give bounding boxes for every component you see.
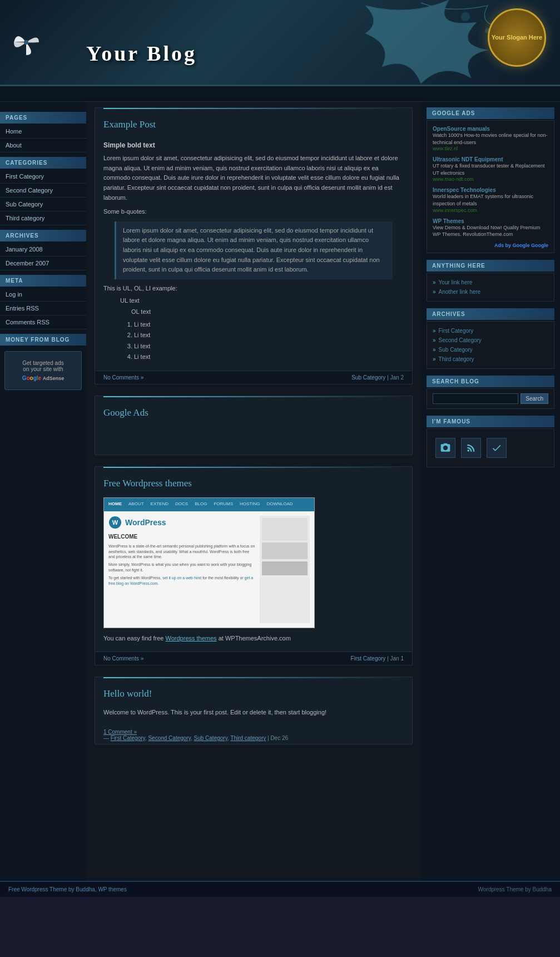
sidebar-item-entries-rss[interactable]: Entries RSS [0, 302, 86, 315]
footer-right: Wordpress Theme by Buddha [478, 886, 552, 892]
post-wp-cat-date: First Category | Jan 1 [351, 655, 404, 662]
ad-link-2[interactable]: Ultrasonic NDT Equipment [433, 156, 503, 162]
ad-desc-1: Watch 1000's How-to movies online specia… [433, 132, 548, 146]
li-item-3: Li text [134, 342, 404, 352]
svg-text:W: W [112, 519, 118, 526]
widget-link-2: Another link here [433, 287, 548, 297]
ad-item-3: Innerspec Technologies World leaders in … [433, 186, 548, 213]
widget-link-1-text[interactable]: Your link here [439, 279, 473, 285]
post-tag-comments[interactable]: 1 Comment » [103, 729, 137, 735]
wp-themes-link[interactable]: Wordpress themes [166, 635, 217, 642]
post-ul-label: This is UL, OL, LI example: [103, 284, 404, 294]
archive-link-4[interactable]: Third category [439, 356, 474, 362]
sidebar-item-dec-2007[interactable]: December 2007 [0, 256, 86, 270]
post-example-content: Simple bold text Lorem ipsum dolor sit a… [95, 133, 412, 371]
famous-icon-rss[interactable] [461, 438, 481, 458]
widget-archives: ARCHIVES First Category Second Category … [427, 308, 554, 369]
decorative-floral [254, 0, 504, 86]
widget-anything-content: Your link here Another link here [427, 273, 554, 302]
ad-desc-3: World leaders in EMAT systems for ultras… [433, 193, 548, 207]
post-example: Example Post Simple bold text Lorem ipsu… [95, 107, 413, 384]
ad-url-1: www.tlez.nl [433, 146, 548, 151]
sidebar-item-sub-category[interactable]: Sub Category [0, 198, 86, 211]
ad-item-1: OpenSource manuals Watch 1000's How-to m… [433, 125, 548, 151]
widget-google-ads: GOOGLE ADS OpenSource manuals Watch 1000… [427, 107, 554, 253]
post-wp-category[interactable]: First Category [351, 655, 386, 662]
ad-url-2: www.mao-ndt.com [433, 176, 548, 182]
widget-famous-content [427, 428, 554, 467]
post-wp-content: HOME ABOUT EXTEND DOCS BLOG FORUMS HOSTI… [95, 492, 412, 652]
archives-section-header: ARCHIVES [0, 230, 86, 241]
ad-link-4[interactable]: WP Themes [433, 218, 464, 224]
site-title: Your Blog [47, 19, 197, 66]
meta-section-header: META [0, 275, 86, 287]
adsense-line2: on your site with [9, 366, 77, 372]
post-comments-link[interactable]: No Comments » [103, 374, 143, 381]
adsense-line1: Get targeted ads [9, 360, 77, 366]
archive-item-2: Second Category [433, 336, 548, 345]
sidebar-item-third-category[interactable]: Third category [0, 211, 86, 225]
archive-item-3: Sub Category [433, 345, 548, 354]
archive-link-3[interactable]: Sub Category [439, 347, 473, 353]
famous-icons-row [433, 433, 548, 462]
main-wrapper: PAGES Home About CATEGORIES First Catego… [0, 102, 560, 881]
post-example-footer: No Comments » Sub Category | Jan 2 [95, 371, 412, 384]
widget-google-ads-content: OpenSource manuals Watch 1000's How-to m… [427, 120, 554, 253]
sidebar-item-comments-rss[interactable]: Comments RSS [0, 315, 86, 329]
archive-link-2[interactable]: Second Category [439, 337, 482, 343]
post-hw-body: Welcome to WordPress. This is your first… [103, 708, 404, 718]
sidebar-adsense-box[interactable]: Get targeted ads on your site with Googl… [4, 351, 82, 390]
post-wp-title[interactable]: Free Wordpress themes [95, 472, 412, 492]
post-tag-second[interactable]: Second Category [148, 735, 191, 741]
nav-bar [0, 86, 560, 102]
right-sidebar: GOOGLE ADS OpenSource manuals Watch 1000… [421, 102, 560, 881]
sidebar-item-about[interactable]: About [0, 139, 86, 152]
li-item-1: Li text [134, 320, 404, 330]
post-body1: Lorem ipsum dolor sit amet, consectetur … [103, 154, 404, 203]
ol-item: OL text [131, 307, 404, 317]
left-sidebar: PAGES Home About CATEGORIES First Catego… [0, 102, 86, 881]
post-hello-world: Hello world! Welcome to WordPress. This … [95, 677, 413, 744]
post-tag-first[interactable]: First Category [111, 735, 145, 741]
sidebar-item-second-category[interactable]: Second Category [0, 184, 86, 198]
post-example-title[interactable]: Example Post [95, 114, 412, 133]
post-wp-date: Jan 1 [390, 655, 404, 662]
famous-icon-check[interactable] [487, 438, 507, 458]
ad-link-1[interactable]: OpenSource manuals [433, 126, 490, 132]
footer-link[interactable]: Free Wordpress Theme by Buddha, WP theme… [8, 886, 127, 892]
ad-desc-4: View Demos & Download Now! Quality Premi… [433, 224, 548, 238]
ad-link-3[interactable]: Innerspec Technologies [433, 187, 496, 193]
post-category-link[interactable]: Sub Category [351, 374, 385, 381]
sidebar-item-jan-2008[interactable]: January 2008 [0, 243, 86, 256]
sidebar-item-first-category[interactable]: First Category [0, 170, 86, 184]
post-hw-title[interactable]: Hello world! [95, 683, 412, 702]
sidebar-item-home[interactable]: Home [0, 125, 86, 139]
post-hw-date: Dec 26 [270, 735, 288, 741]
wp-screenshot: HOME ABOUT EXTEND DOCS BLOG FORUMS HOSTI… [103, 497, 315, 628]
post-wp-comments[interactable]: No Comments » [103, 655, 143, 662]
pages-section-header: PAGES [0, 112, 86, 124]
widget-search-content: Search [427, 388, 554, 409]
widget-search: SEARCH BLOG Search [427, 376, 554, 409]
search-button[interactable]: Search [521, 393, 548, 404]
post-ads-title: Google Ads [95, 402, 412, 421]
archive-link-1[interactable]: First Category [439, 328, 474, 334]
post-tag-sub[interactable]: Sub Category [194, 735, 227, 741]
main-content: Example Post Simple bold text Lorem ipsu… [86, 102, 421, 881]
famous-icon-camera[interactable] [435, 438, 455, 458]
widget-archives-header: ARCHIVES [427, 308, 554, 320]
post-wp-body: You can easy find free Wordpress themes … [103, 634, 404, 644]
post-wordpress: Free Wordpress themes HOME ABOUT EXTEND … [95, 466, 413, 666]
ad-item-4: WP Themes View Demos & Download Now! Qua… [433, 218, 548, 238]
widget-link-2-text[interactable]: Another link here [439, 289, 481, 295]
sidebar-item-login[interactable]: Log in [0, 288, 86, 302]
archive-item-4: Third category [433, 354, 548, 364]
svg-point-0 [24, 40, 28, 45]
search-input[interactable] [433, 393, 518, 404]
post-tag-third[interactable]: Third category [230, 735, 266, 741]
footer-left: Free Wordpress Theme by Buddha, WP theme… [8, 886, 127, 892]
widget-google-ads-header: GOOGLE ADS [427, 107, 554, 119]
ad-url-3: www.innerspec.com [433, 208, 548, 213]
logo-icon [11, 27, 42, 58]
post-hw-content: Welcome to WordPress. This is your first… [95, 702, 412, 726]
